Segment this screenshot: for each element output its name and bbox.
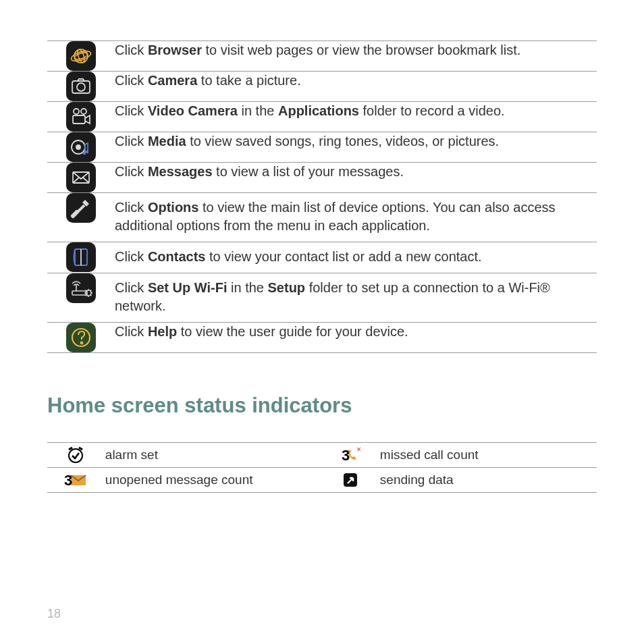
missed-call-icon: 3× xyxy=(339,446,362,464)
row-camera: Click Camera to take a picture. xyxy=(47,72,597,102)
apps-icon-table: Click Browser to visit web pages or view… xyxy=(47,41,597,353)
status-label: unopened message count xyxy=(104,468,322,493)
text: Click xyxy=(115,164,148,179)
svg-point-5 xyxy=(77,83,85,91)
svg-point-19 xyxy=(86,290,91,296)
text: Click xyxy=(115,103,148,118)
row-wifi: Click Set Up Wi-Fi in the Setup folder t… xyxy=(47,273,597,323)
text: to visit web pages or view the browser b… xyxy=(202,43,520,57)
browser-icon xyxy=(66,41,96,71)
wifi-setup-icon xyxy=(66,273,96,303)
help-icon xyxy=(66,323,96,352)
svg-text:3: 3 xyxy=(342,447,350,464)
video-camera-icon xyxy=(66,102,96,132)
text-bold: Setup xyxy=(268,280,306,295)
media-icon xyxy=(66,132,96,162)
text-bold: Browser xyxy=(148,43,202,57)
text: to view saved songs, ring tones, videos,… xyxy=(186,134,500,149)
status-label: sending data xyxy=(379,468,597,493)
text: Click xyxy=(115,324,148,339)
svg-point-21 xyxy=(81,342,83,344)
row-messages: Click Messages to view a list of your me… xyxy=(47,163,597,193)
row-contacts: Click Contacts to view your contact list… xyxy=(47,242,597,273)
text-bold: Help xyxy=(148,324,177,339)
svg-point-6 xyxy=(74,109,79,114)
row-options: Click Options to view the main list of d… xyxy=(47,193,597,242)
status-indicator-table: alarm set 3× missed call count 3 unopene… xyxy=(47,442,597,493)
row-browser: Click Browser to visit web pages or view… xyxy=(47,41,597,72)
row-video-camera: Click Video Camera in the Applications f… xyxy=(47,102,597,132)
sending-data-icon xyxy=(339,471,362,489)
status-row-2: 3 unopened message count sending data xyxy=(47,468,597,493)
status-label: missed call count xyxy=(379,443,597,468)
text: Click xyxy=(115,73,148,88)
svg-point-11 xyxy=(83,152,86,155)
messages-icon xyxy=(66,163,96,192)
camera-icon xyxy=(66,72,96,101)
unopened-message-icon: 3 xyxy=(64,471,87,489)
text: Click xyxy=(115,249,148,264)
text-bold: Messages xyxy=(148,164,213,179)
text: folder to record a video. xyxy=(359,103,505,118)
text-bold: Contacts xyxy=(148,249,206,264)
text: to view a list of your messages. xyxy=(213,164,404,179)
page-number: 18 xyxy=(47,607,61,621)
row-help: Click Help to view the user guide for yo… xyxy=(47,323,597,353)
text: in the xyxy=(227,280,267,295)
text-bold: Media xyxy=(148,134,186,149)
text-bold: Applications xyxy=(278,103,359,118)
section-heading: Home screen status indicators xyxy=(47,394,597,418)
svg-rect-15 xyxy=(77,205,86,213)
svg-point-7 xyxy=(81,109,86,114)
text: Click xyxy=(115,200,148,215)
svg-rect-8 xyxy=(73,115,85,124)
options-icon xyxy=(66,193,96,223)
text-bold: Camera xyxy=(148,73,197,88)
text-bold: Video Camera xyxy=(148,103,238,118)
row-media: Click Media to view saved songs, ring to… xyxy=(47,132,597,163)
alarm-set-icon xyxy=(64,446,87,464)
status-row-1: alarm set 3× missed call count xyxy=(47,443,597,468)
page: Click Browser to visit web pages or view… xyxy=(0,0,644,644)
svg-point-1 xyxy=(74,51,88,61)
contacts-icon xyxy=(66,242,96,272)
text: to view the user guide for your device. xyxy=(177,324,408,339)
svg-point-12 xyxy=(86,151,88,153)
svg-point-10 xyxy=(76,145,80,149)
text: to take a picture. xyxy=(197,73,300,88)
svg-point-22 xyxy=(69,449,82,462)
text: to view your contact list or add a new c… xyxy=(205,249,481,264)
text: in the xyxy=(238,103,278,118)
text: Click xyxy=(115,43,148,57)
text-bold: Options xyxy=(148,200,199,215)
status-label: alarm set xyxy=(104,443,322,468)
text: Click xyxy=(115,134,148,149)
svg-text:×: × xyxy=(356,446,361,454)
text-bold: Set Up Wi-Fi xyxy=(148,280,227,295)
svg-text:3: 3 xyxy=(64,472,72,489)
text: Click xyxy=(115,280,148,295)
